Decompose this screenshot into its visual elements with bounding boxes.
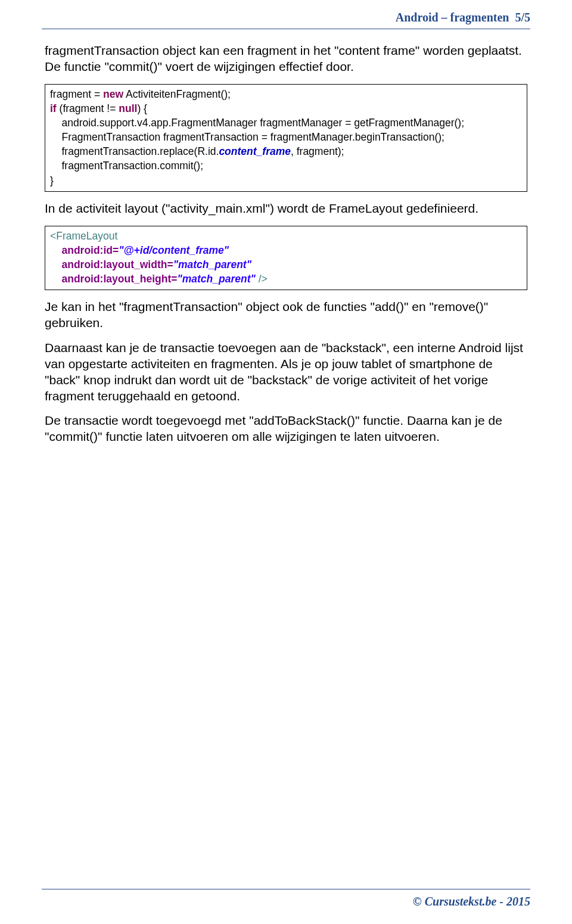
- code-text: fragment =: [50, 88, 103, 100]
- header-rule: [42, 29, 530, 29]
- code-text: }: [50, 175, 54, 186]
- keyword-null: null: [119, 102, 137, 114]
- code-text: fragmentTransaction.replace(R.id.: [50, 145, 219, 157]
- page-number: 5/5: [515, 11, 530, 24]
- footer-rule: [42, 889, 530, 889]
- xml-attr: android:id=: [61, 244, 119, 256]
- code-block-java: fragment = new ActiviteitenFragment(); i…: [45, 84, 527, 192]
- keyword-new: new: [103, 88, 123, 100]
- xml-value: "@+id/content_frame": [119, 244, 229, 256]
- page-header: Android – fragmenten 5/5: [396, 11, 530, 24]
- code-text: (fragment !=: [57, 102, 119, 114]
- xml-attr: android:layout_height=: [61, 273, 177, 285]
- content: fragmentTransaction object kan een fragm…: [45, 43, 527, 454]
- footer-text: © Cursustekst.be - 2015: [413, 895, 530, 909]
- xml-attr: android:layout_width=: [61, 259, 173, 270]
- code-text: android.support.v4.app.FragmentManager f…: [50, 117, 464, 129]
- paragraph-2: In de activiteit layout ("activity_main.…: [45, 201, 527, 217]
- xml-tag: FrameLayout: [56, 230, 117, 242]
- code-text: FragmentTransaction fragmentTransaction …: [50, 131, 444, 143]
- xml-value: "match_parent": [173, 259, 251, 270]
- field-ref: content_frame: [219, 145, 291, 157]
- paragraph-1: fragmentTransaction object kan een fragm…: [45, 43, 527, 75]
- code-text: ActiviteitenFragment();: [123, 88, 231, 100]
- keyword-if: if: [50, 102, 57, 114]
- code-text: ) {: [137, 102, 147, 114]
- xml-bracket: />: [259, 273, 268, 285]
- paragraph-4: Daarnaast kan je de transactie toevoegen…: [45, 340, 527, 405]
- header-title: Android – fragmenten: [396, 11, 509, 24]
- code-text: , fragment);: [291, 145, 344, 157]
- paragraph-3: Je kan in het "fragmentTransaction" obje…: [45, 299, 527, 331]
- xml-bracket: <: [50, 230, 56, 242]
- code-text: fragmentTransaction.commit();: [50, 160, 203, 172]
- paragraph-5: De transactie wordt toegevoegd met "addT…: [45, 413, 527, 445]
- xml-value: "match_parent": [177, 273, 258, 285]
- code-block-xml: <FrameLayout android:id="@+id/content_fr…: [45, 226, 527, 291]
